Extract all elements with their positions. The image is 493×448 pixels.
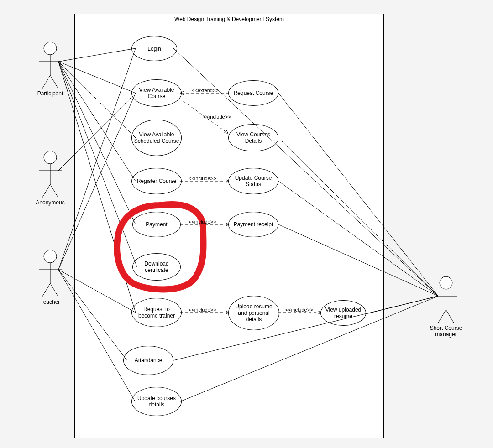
rel-include-2: <<include>> bbox=[189, 176, 216, 181]
svg-point-15 bbox=[440, 276, 452, 289]
usecase-attendance: Attandance bbox=[123, 346, 173, 375]
svg-point-5 bbox=[44, 151, 57, 164]
rel-include-3: <<include>> bbox=[189, 219, 216, 224]
usecase-request-course: Request Course bbox=[228, 80, 278, 106]
svg-line-19 bbox=[446, 310, 454, 323]
usecase-view-details: View Courses Details bbox=[228, 124, 278, 151]
rel-extend: <<extend>> bbox=[192, 88, 219, 93]
actor-manager-label: Short Course manager bbox=[419, 325, 473, 338]
rel-include-5: <<include>> bbox=[285, 307, 313, 313]
svg-line-9 bbox=[50, 184, 58, 198]
actor-participant-figure bbox=[39, 42, 62, 89]
rel-include-1: <<include>> bbox=[203, 114, 231, 120]
system-title: Web Design Training & Development System bbox=[75, 16, 383, 22]
usecase-view-available: View Available Course bbox=[131, 79, 182, 107]
usecase-payment-receipt: Payment receipt bbox=[228, 212, 278, 237]
usecase-view-scheduled: View Available Scheduled Course bbox=[131, 120, 182, 156]
usecase-download-certificate: Download certificate bbox=[132, 253, 181, 281]
usecase-login: Login bbox=[131, 36, 177, 61]
actor-teacher-label: Teacher bbox=[23, 299, 78, 305]
rel-include-4: <<include>> bbox=[189, 307, 216, 313]
svg-point-10 bbox=[44, 250, 57, 263]
usecase-register: Register Course bbox=[131, 168, 182, 194]
actor-teacher-figure bbox=[39, 250, 62, 297]
usecase-update-status: Update Course Status bbox=[228, 168, 278, 194]
svg-line-3 bbox=[42, 75, 50, 89]
usecase-upload-resume: Upload resume and personal details bbox=[228, 296, 279, 330]
usecase-request-trainer: Request to become trainer bbox=[131, 298, 182, 327]
actor-anonymous-label: Anonymous bbox=[23, 199, 78, 206]
actor-manager-figure bbox=[435, 276, 457, 323]
svg-line-13 bbox=[42, 283, 50, 297]
svg-line-18 bbox=[438, 310, 446, 323]
svg-line-14 bbox=[50, 283, 58, 297]
usecase-payment: Payment bbox=[132, 212, 181, 237]
svg-line-4 bbox=[50, 75, 58, 89]
usecase-update-courses: Update courses details bbox=[131, 387, 182, 416]
svg-line-8 bbox=[42, 184, 50, 198]
actor-participant-label: Participant bbox=[23, 90, 78, 97]
actor-anonymous-figure bbox=[39, 151, 62, 198]
usecase-view-uploaded: View uploaded resume bbox=[320, 300, 366, 326]
svg-point-0 bbox=[44, 42, 57, 55]
